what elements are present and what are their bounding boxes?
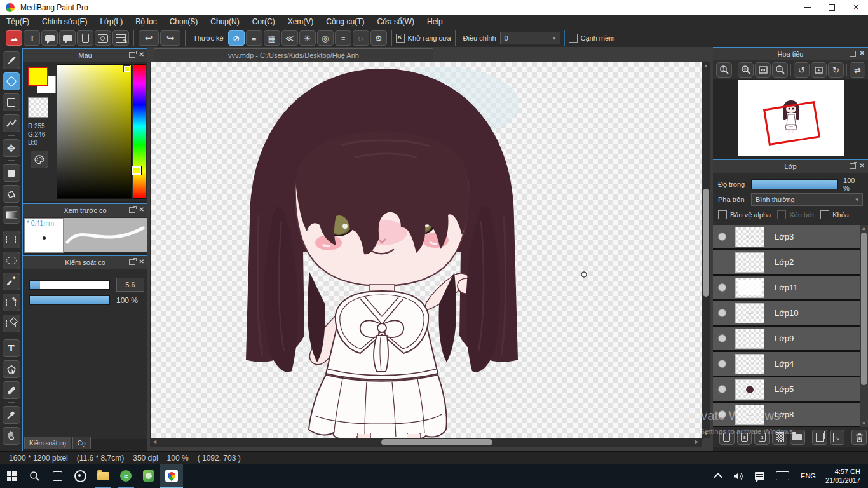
gradient-tool-button[interactable]	[3, 206, 20, 224]
canvas-tab[interactable]: vvv.mdp - C:/Users/Kids/Desktop/Huệ Anh	[154, 48, 433, 62]
nav-rotate-left-button[interactable]: ↺	[794, 62, 810, 78]
delete-layer-button[interactable]	[851, 430, 867, 445]
correction-select[interactable]: 0▾	[500, 32, 560, 44]
start-button[interactable]	[0, 464, 23, 488]
hand-tool-button[interactable]	[3, 427, 20, 445]
text-tool-button[interactable]: T	[3, 339, 20, 357]
close-icon[interactable]: ✕	[139, 259, 144, 265]
sv-marker[interactable]	[124, 66, 130, 72]
layer-scroll-thumb[interactable]	[861, 233, 867, 385]
nav-fit-button[interactable]	[755, 62, 771, 78]
taskbar-file-explorer[interactable]	[92, 464, 114, 488]
ruler-curve-button[interactable]: ≈	[335, 30, 351, 46]
eyedropper-tool-button[interactable]	[3, 406, 20, 424]
minimize-button[interactable]	[796, 0, 820, 15]
saturation-value-picker[interactable]	[57, 64, 132, 199]
transparent-swatch[interactable]	[28, 97, 48, 118]
foreground-swatch[interactable]	[28, 67, 48, 86]
cloud-sync-button[interactable]: ☁	[6, 30, 22, 46]
nav-rotate-right-button[interactable]: ↻	[828, 62, 844, 78]
history-button[interactable]	[95, 30, 111, 46]
taskbar-app-target[interactable]	[69, 464, 92, 488]
document-button[interactable]	[77, 30, 93, 46]
ruler-parallel-button[interactable]: ≡	[246, 30, 262, 46]
close-icon[interactable]: ✕	[860, 163, 865, 169]
protect-alpha-checkbox[interactable]: Bảo vệ alpha	[718, 210, 771, 219]
bucket-tool-button[interactable]	[3, 185, 20, 203]
close-icon[interactable]: ✕	[139, 207, 144, 213]
nav-zoom-out-button[interactable]	[772, 62, 788, 78]
menu-help[interactable]: Help	[421, 15, 449, 29]
horizontal-scroll-thumb[interactable]	[381, 439, 492, 445]
ruler-concentric-button[interactable]: ◎	[317, 30, 334, 46]
layer-visibility-dot[interactable]	[718, 334, 726, 342]
publish-button[interactable]: ⇧	[24, 30, 40, 46]
layer-visibility-dot[interactable]	[718, 283, 726, 292]
scroll-down-icon[interactable]: ▼	[702, 431, 710, 437]
layer-row[interactable]: ·· Lớp9	[713, 327, 868, 352]
fill-rect-tool-button[interactable]	[3, 164, 20, 182]
ruler-ellipse-button[interactable]: ◌	[353, 30, 369, 46]
figure-tool-button[interactable]	[3, 93, 20, 111]
magic-wand-tool-button[interactable]	[3, 273, 20, 290]
volume-button[interactable]	[727, 464, 749, 488]
nav-rotate-reset-button[interactable]	[811, 62, 827, 78]
select-pen-tool-button[interactable]	[3, 294, 20, 311]
comment-button[interactable]	[41, 30, 58, 46]
scroll-right-icon[interactable]: ►	[694, 438, 700, 445]
layer-visibility-dot[interactable]	[718, 233, 726, 241]
tray-expand-button[interactable]	[709, 464, 727, 488]
menu-layer[interactable]: Lớp(L)	[93, 15, 129, 29]
language-indicator[interactable]: ENG	[795, 464, 822, 488]
clipping-checkbox[interactable]: Xén bớt	[777, 210, 814, 219]
move-tool-button[interactable]: ✥	[3, 139, 20, 157]
scroll-up-icon[interactable]: ▲	[702, 63, 710, 69]
brush-tool-button[interactable]	[3, 51, 20, 69]
ruler-settings-button[interactable]: ⚙	[370, 30, 387, 46]
tab-brush[interactable]: Cọ	[72, 437, 91, 449]
taskbar-clock[interactable]: 4:57 CH 21/01/2017	[822, 467, 868, 485]
lasso-tool-button[interactable]	[3, 252, 20, 269]
hue-slider[interactable]	[133, 64, 146, 199]
popout-icon[interactable]	[129, 52, 135, 58]
menu-select[interactable]: Chọn(S)	[163, 15, 205, 29]
add-folder-button[interactable]	[790, 430, 805, 445]
nav-flip-button[interactable]: ⇄	[850, 62, 865, 78]
eraser-tool-button[interactable]	[3, 72, 20, 90]
horizontal-scrollbar[interactable]: ◄ ►	[150, 438, 702, 447]
hue-marker[interactable]	[132, 166, 141, 175]
close-icon[interactable]: ✕	[139, 51, 144, 58]
menu-file[interactable]: Tệp(F)	[0, 15, 36, 29]
polyline-tool-button[interactable]	[3, 114, 20, 132]
layer-visibility-dot[interactable]	[718, 309, 726, 317]
popout-icon[interactable]	[129, 207, 135, 213]
menu-edit[interactable]: Chỉnh sửa(E)	[36, 15, 93, 29]
task-view-button[interactable]	[46, 464, 69, 488]
layer-visibility-dot[interactable]	[718, 360, 726, 368]
taskbar-search-button[interactable]	[23, 464, 46, 488]
scroll-up-icon[interactable]: ▲	[860, 226, 868, 231]
layer-visibility-dot[interactable]	[718, 385, 726, 393]
layer-row[interactable]: ·· Lớp10	[713, 301, 868, 327]
layer-row[interactable]: Lớp11	[713, 276, 868, 301]
layer-row[interactable]: ˙·˙ Lớp2	[713, 250, 868, 276]
ruler-grid-button[interactable]: ▦	[264, 30, 280, 46]
stylus-tool-button[interactable]	[3, 381, 20, 399]
close-button[interactable]: ✕	[844, 0, 868, 15]
add-1bit-layer-button[interactable]: 1	[754, 430, 770, 445]
popout-icon[interactable]	[850, 51, 856, 57]
add-8bit-layer-button[interactable]: 8	[737, 430, 752, 445]
layer-list-scrollbar[interactable]: ▲ ▼	[860, 225, 868, 427]
menu-capture[interactable]: Chụp(N)	[204, 15, 245, 29]
restore-button[interactable]	[820, 0, 844, 15]
ruler-radial-button[interactable]: ✳	[299, 30, 316, 46]
ruler-none-button[interactable]: ⊘	[228, 30, 245, 46]
touch-keyboard-button[interactable]	[770, 464, 795, 488]
layer-visibility-dot[interactable]	[718, 410, 726, 419]
popout-icon[interactable]	[850, 163, 856, 169]
undo-button[interactable]: ↩	[139, 30, 159, 46]
layer-opacity-slider[interactable]	[751, 179, 838, 189]
menu-window[interactable]: Cửa sổ(W)	[370, 15, 421, 29]
menu-color[interactable]: Cor(C)	[246, 15, 281, 29]
vertical-scrollbar[interactable]: ▲ ▼	[702, 62, 710, 438]
